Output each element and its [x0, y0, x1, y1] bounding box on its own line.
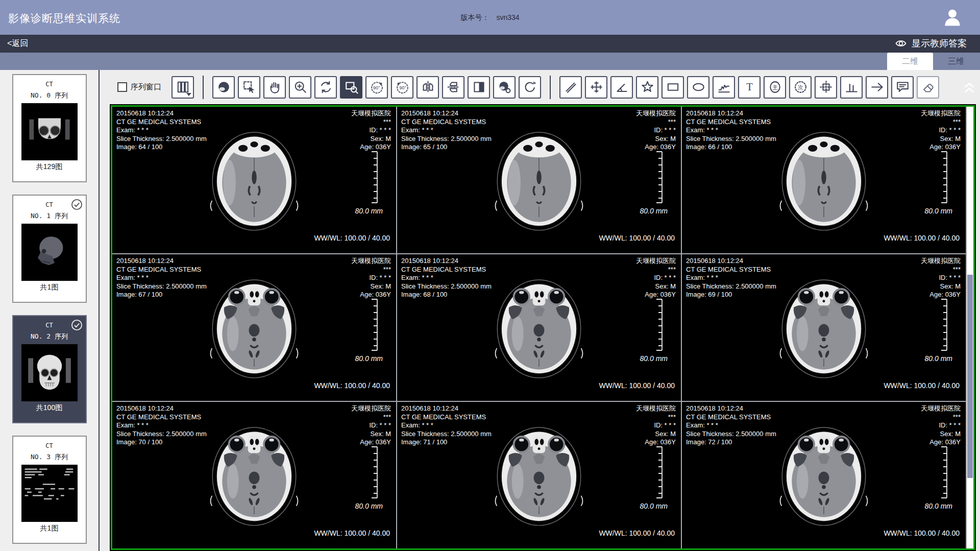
scale-ruler — [654, 151, 663, 204]
scale-ruler — [370, 446, 378, 499]
tool-icon — [242, 80, 257, 94]
back-button[interactable]: <返回 — [7, 38, 28, 49]
tool-icon — [819, 80, 834, 94]
text-annotation-tool[interactable] — [738, 76, 761, 99]
star-freehand-tool[interactable] — [636, 76, 658, 99]
image-index: Image: 65 / 100 — [401, 143, 492, 152]
image-index: Image: 72 / 100 — [686, 438, 776, 447]
zoom-in-tool[interactable] — [289, 76, 311, 99]
series-card[interactable]: CT NO. 3 序列 — [12, 436, 87, 544]
draw-arrow-tool[interactable] — [866, 76, 888, 99]
slice-thickness: Slice Thickness: 2.500000 mm — [116, 430, 207, 439]
viewer-cell[interactable]: 20150618 10:12:24 CT GE MEDICAL SYSTEMS … — [682, 402, 966, 548]
tool-icon — [497, 80, 512, 94]
scale-ruler — [939, 151, 947, 204]
tool-icon — [446, 80, 461, 94]
eye-icon — [895, 37, 907, 50]
device-name: CT GE MEDICAL SYSTEMS — [116, 118, 207, 127]
viewer-cell[interactable]: 20150618 10:12:24 CT GE MEDICAL SYSTEMS … — [397, 402, 681, 548]
comment-tool[interactable] — [891, 76, 914, 99]
user-avatar-icon[interactable] — [941, 6, 964, 29]
viewer-cell[interactable]: 20150618 10:12:24 CT GE MEDICAL SYSTEMS … — [112, 107, 396, 253]
exam-line: Exam: * * * — [401, 274, 492, 282]
viewer-scrollbar[interactable] — [966, 107, 973, 548]
measure-line-tool[interactable] — [559, 76, 582, 99]
patient-name-masked: *** — [351, 266, 391, 274]
hospital-name: 天堰模拟医院 — [921, 257, 961, 266]
window-level-readout: WW/WL: 100.00 / 40.00 — [599, 381, 675, 390]
rotate-tool[interactable] — [314, 76, 337, 99]
viewer-scrollbar-thumb[interactable] — [967, 275, 973, 478]
viewer-cell[interactable]: 20150618 10:12:24 CT GE MEDICAL SYSTEMS … — [112, 254, 396, 401]
series-window-checkbox[interactable] — [117, 82, 127, 92]
crop-box-tool[interactable] — [815, 76, 837, 99]
flip-vertical-tool[interactable] — [442, 76, 464, 99]
rotate-90-cw-tool[interactable] — [391, 76, 413, 99]
tab-2d[interactable]: 二维 — [887, 53, 933, 70]
app-title: 影像诊断思维实训系统 — [8, 11, 120, 26]
profile-curve-tool[interactable] — [713, 76, 735, 99]
draw-ellipse-tool[interactable] — [687, 76, 709, 99]
series-count: 共1图 — [13, 283, 86, 292]
toolbar-collapse-button[interactable] — [962, 79, 977, 97]
study-datetime: 20150618 10:12:24 — [401, 257, 492, 266]
series-title: NO. 3 序列 — [13, 452, 86, 462]
hospital-name: 天堰模拟医院 — [636, 404, 676, 413]
ct-slice-image — [206, 423, 303, 528]
viewer-cell[interactable]: 20150618 10:12:24 CT GE MEDICAL SYSTEMS … — [397, 254, 681, 401]
ct-slice-image — [775, 128, 872, 233]
rect-select-tool[interactable] — [238, 76, 260, 99]
hospital-name: 天堰模拟医院 — [351, 404, 391, 413]
pan-tool[interactable] — [263, 76, 286, 99]
series-thumbnail — [21, 103, 78, 160]
series-title: NO. 1 序列 — [13, 211, 86, 221]
tool-icon — [267, 80, 282, 94]
series-card[interactable]: CT NO. 2 序列 — [12, 315, 87, 423]
patient-name-masked: *** — [351, 413, 391, 422]
device-name: CT GE MEDICAL SYSTEMS — [686, 266, 776, 274]
reset-tool[interactable] — [519, 76, 541, 99]
window-level-readout: WW/WL: 100.00 / 40.00 — [599, 234, 675, 242]
series-count: 共1图 — [13, 524, 86, 533]
patient-sex: Sex: M — [636, 282, 676, 291]
layout-select-button[interactable] — [172, 76, 194, 99]
series-window-option[interactable]: 序列窗口 — [117, 82, 161, 92]
viewer-cell[interactable]: 20150618 10:12:24 CT GE MEDICAL SYSTEMS … — [682, 107, 966, 253]
flip-horizontal-tool[interactable] — [416, 76, 439, 99]
patient-name-masked: *** — [351, 118, 391, 127]
exam-line: Exam: * * * — [686, 126, 776, 135]
toolbar-separator — [203, 76, 204, 99]
hospital-name: 天堰模拟医院 — [636, 257, 676, 266]
patient-sex: Sex: M — [351, 430, 391, 439]
region-zoom-tool[interactable] — [340, 76, 362, 99]
show-teacher-answer-button[interactable]: 显示教师答案 — [895, 37, 967, 50]
study-datetime: 20150618 10:12:24 — [116, 257, 207, 266]
measure-angle-tool[interactable] — [610, 76, 633, 99]
scale-label: 80.0 mm — [355, 502, 383, 510]
rotate-90-ccw-tool[interactable] — [365, 76, 388, 99]
series-card[interactable]: CT NO. 1 序列 — [12, 195, 87, 303]
tool-icon — [768, 80, 782, 94]
eraser-tool[interactable] — [917, 76, 939, 99]
overlay-top-left: 20150618 10:12:24 CT GE MEDICAL SYSTEMS … — [401, 257, 492, 299]
tool-icon — [717, 80, 731, 94]
tab-3d[interactable]: 三维 — [933, 53, 979, 70]
device-name: CT GE MEDICAL SYSTEMS — [116, 413, 207, 422]
primary-mark-tool[interactable] — [764, 76, 786, 99]
invert-tool[interactable] — [468, 76, 490, 99]
series-card[interactable]: CT NO. 0 序列 — [12, 74, 87, 182]
draw-rect-tool[interactable] — [662, 76, 684, 99]
crosshair-tool[interactable] — [585, 76, 607, 99]
patient-name-masked: *** — [636, 266, 676, 274]
viewer-toolbar: 序列窗口 — [100, 70, 980, 104]
series-checked-icon — [70, 319, 83, 331]
viewer-cell[interactable]: 20150618 10:12:24 CT GE MEDICAL SYSTEMS … — [397, 107, 681, 253]
histogram-tool[interactable] — [840, 76, 863, 99]
window-sphere-tool[interactable] — [212, 76, 235, 99]
window-adjust-tool[interactable] — [493, 76, 516, 99]
viewer-cell[interactable]: 20150618 10:12:24 CT GE MEDICAL SYSTEMS … — [682, 254, 966, 401]
tool-icon — [293, 80, 308, 94]
secondary-mark-tool[interactable] — [789, 76, 812, 99]
series-thumbnail — [21, 465, 78, 522]
viewer-cell[interactable]: 20150618 10:12:24 CT GE MEDICAL SYSTEMS … — [112, 402, 396, 548]
